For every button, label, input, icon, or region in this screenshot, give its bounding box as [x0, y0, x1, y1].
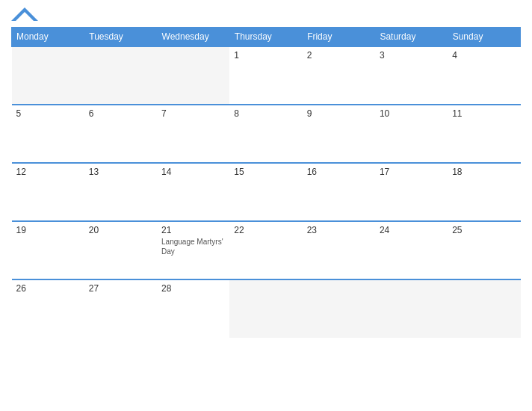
calendar-cell: 11 [448, 105, 520, 163]
calendar-cell: 8 [229, 105, 302, 163]
calendar-cell: 6 [84, 105, 157, 163]
day-number: 8 [234, 108, 297, 119]
calendar-cell: 13 [84, 163, 157, 221]
calendar-cell: 23 [303, 221, 375, 279]
day-number: 12 [16, 167, 80, 177]
day-number: 4 [452, 50, 516, 61]
day-number: 10 [380, 108, 443, 119]
day-number: 17 [380, 167, 443, 177]
calendar-cell [84, 46, 157, 105]
weekday-header-wednesday: Wednesday [157, 28, 229, 47]
weekday-header-tuesday: Tuesday [84, 28, 157, 47]
day-number: 19 [16, 225, 80, 235]
calendar-cell: 12 [12, 163, 84, 221]
weekday-header-friday: Friday [303, 28, 375, 47]
week-row-3: 12131415161718 [12, 163, 521, 221]
calendar-cell [229, 279, 302, 338]
day-number: 7 [161, 108, 225, 119]
calendar-cell: 16 [303, 163, 375, 221]
day-number: 6 [89, 108, 152, 119]
day-number: 15 [234, 167, 297, 177]
weekday-header-saturday: Saturday [375, 28, 448, 47]
logo [11, 7, 40, 21]
logo-icon [11, 7, 38, 21]
weekday-header-row: MondayTuesdayWednesdayThursdayFridaySatu… [12, 28, 521, 47]
calendar-table: MondayTuesdayWednesdayThursdayFridaySatu… [11, 27, 521, 338]
calendar-cell: 18 [448, 163, 520, 221]
day-number: 18 [452, 167, 516, 177]
calendar-cell: 28 [157, 279, 229, 338]
calendar-cell: 10 [375, 105, 448, 163]
calendar-cell: 19 [12, 221, 84, 279]
day-number: 1 [234, 50, 297, 61]
week-row-2: 567891011 [12, 105, 521, 163]
week-row-5: 262728 [12, 279, 521, 338]
day-number: 14 [161, 167, 225, 177]
calendar-cell [157, 46, 229, 105]
week-row-4: 192021Language Martyrs' Day22232425 [12, 221, 521, 279]
calendar-cell: 22 [229, 221, 302, 279]
calendar-container: MondayTuesdayWednesdayThursdayFridaySatu… [0, 0, 532, 411]
calendar-cell: 9 [303, 105, 375, 163]
day-number: 20 [89, 225, 152, 235]
calendar-cell: 2 [303, 46, 375, 105]
day-number: 13 [89, 167, 152, 177]
calendar-cell: 7 [157, 105, 229, 163]
calendar-cell: 14 [157, 163, 229, 221]
day-number: 5 [16, 108, 80, 119]
day-number: 9 [307, 108, 371, 119]
calendar-cell [12, 46, 84, 105]
day-number: 26 [16, 283, 80, 294]
calendar-cell: 15 [229, 163, 302, 221]
day-number: 11 [452, 108, 516, 119]
day-number: 25 [452, 225, 516, 235]
weekday-header-thursday: Thursday [229, 28, 302, 47]
calendar-cell [303, 279, 375, 338]
calendar-cell: 20 [84, 221, 157, 279]
day-number: 16 [307, 167, 371, 177]
weekday-header-monday: Monday [12, 28, 84, 47]
calendar-cell: 24 [375, 221, 448, 279]
weekday-header-sunday: Sunday [448, 28, 520, 47]
calendar-cell: 27 [84, 279, 157, 338]
day-number: 3 [380, 50, 443, 61]
day-number: 23 [307, 225, 371, 235]
day-number: 28 [161, 283, 225, 294]
calendar-cell [448, 279, 520, 338]
calendar-cell: 21Language Martyrs' Day [157, 221, 229, 279]
calendar-cell: 3 [375, 46, 448, 105]
day-number: 27 [89, 283, 152, 294]
day-number: 2 [307, 50, 371, 61]
calendar-cell: 25 [448, 221, 520, 279]
day-number: 22 [234, 225, 297, 235]
calendar-cell: 1 [229, 46, 302, 105]
calendar-cell [375, 279, 448, 338]
calendar-cell: 17 [375, 163, 448, 221]
day-number: 21 [161, 225, 225, 235]
day-number: 24 [380, 225, 443, 235]
calendar-header [11, 7, 521, 21]
calendar-cell: 4 [448, 46, 520, 105]
event-text: Language Martyrs' Day [161, 237, 225, 256]
week-row-1: 1234 [12, 46, 521, 105]
calendar-cell: 26 [12, 279, 84, 338]
calendar-cell: 5 [12, 105, 84, 163]
